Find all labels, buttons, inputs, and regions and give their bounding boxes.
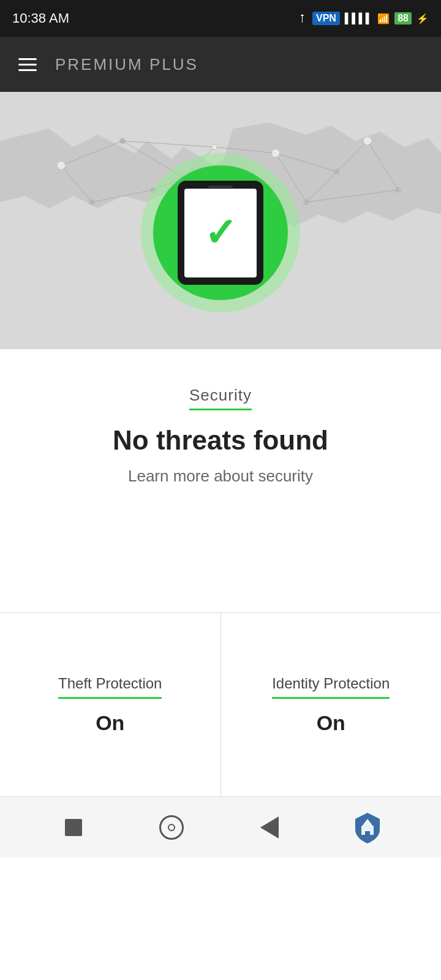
protection-panels: Theft Protection On Identity Protection … — [0, 612, 441, 796]
phone-screen: ✓ — [184, 189, 257, 277]
app-home-icon — [350, 810, 385, 845]
theft-protection-label: Theft Protection — [58, 675, 162, 699]
section-label: Security — [189, 386, 252, 410]
app-title: PREMIUM PLUS — [55, 55, 198, 74]
svg-point-29 — [212, 145, 217, 149]
theft-protection-panel[interactable]: Theft Protection On — [0, 613, 221, 796]
security-status: No threats found — [113, 425, 328, 456]
identity-protection-label: Identity Protection — [272, 675, 390, 699]
menu-button[interactable] — [18, 58, 37, 71]
security-status-icon: ✓ — [141, 153, 300, 312]
app-bar: PREMIUM PLUS — [0, 37, 441, 92]
battery-level: 88 — [394, 12, 412, 24]
content-area: Security No threats found Learn more abo… — [0, 349, 441, 612]
status-icons: ⭡ VPN ▌▌▌▌ 📶 88 ⚡ — [298, 12, 429, 25]
wifi-icon: 📶 — [377, 13, 390, 24]
nav-back-button[interactable] — [251, 809, 288, 846]
security-subtext[interactable]: Learn more about security — [128, 467, 313, 486]
nav-home-button[interactable] — [153, 809, 190, 846]
back-icon — [260, 816, 279, 839]
theft-protection-value: On — [96, 711, 124, 735]
status-time: 10:38 AM — [12, 10, 69, 26]
checkmark-icon: ✓ — [204, 213, 237, 252]
bluetooth-icon: ⭡ — [298, 13, 307, 24]
phone-icon: ✓ — [178, 181, 263, 285]
vpn-badge: VPN — [312, 12, 340, 25]
nav-bar — [0, 796, 441, 858]
svg-point-28 — [364, 137, 371, 145]
nav-app-button[interactable] — [349, 809, 386, 846]
svg-point-26 — [58, 162, 65, 169]
home-icon — [159, 815, 184, 840]
home-circle-inner — [168, 824, 175, 831]
identity-protection-panel[interactable]: Identity Protection On — [221, 613, 442, 796]
hero-section: ✓ — [0, 92, 441, 349]
identity-protection-value: On — [317, 711, 345, 735]
signal-icon: ▌▌▌▌ — [345, 13, 372, 24]
charging-icon: ⚡ — [417, 13, 429, 24]
phone-notch — [208, 186, 233, 188]
stop-icon — [65, 819, 82, 836]
nav-stop-button[interactable] — [55, 809, 92, 846]
svg-point-27 — [272, 149, 279, 157]
status-bar: 10:38 AM ⭡ VPN ▌▌▌▌ 📶 88 ⚡ — [0, 0, 441, 37]
security-circle-inner: ✓ — [153, 165, 288, 300]
